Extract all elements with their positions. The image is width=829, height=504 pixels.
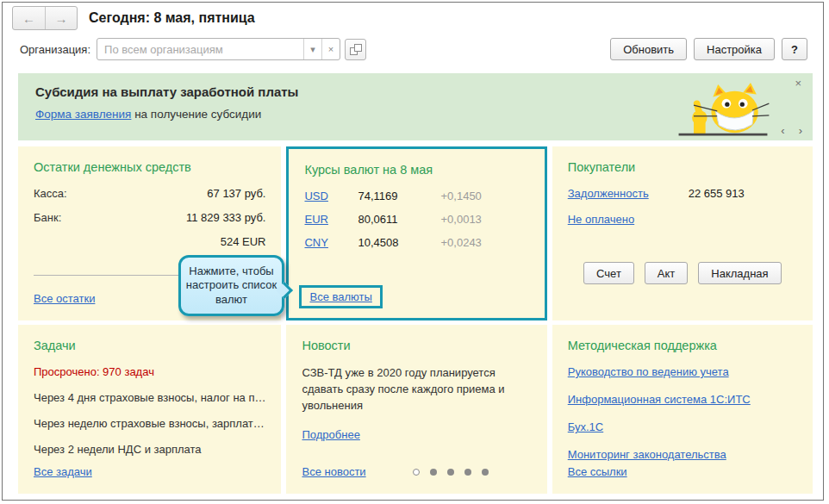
back-button[interactable]: ← (13, 7, 45, 29)
clear-icon: × (328, 44, 333, 54)
unpaid-link[interactable]: Не оплачено (568, 213, 634, 226)
all-currencies-link[interactable]: Все валюты (309, 290, 371, 303)
organization-dropdown-button[interactable]: ▾ (303, 39, 321, 59)
panel-currency-rates: Курсы валют на 8 мая USD 74,1169 +0,1450… (286, 146, 546, 320)
all-news-link[interactable]: Все новости (302, 465, 365, 478)
dashboard-grid: Остатки денежных средств Касса: 67 137 р… (18, 146, 813, 494)
panel-buyers: Покупатели Задолженность 22 655 913 Не о… (552, 146, 813, 320)
support-link[interactable]: Руководство по ведению учета (568, 365, 797, 378)
support-panel-title: Методическая поддержка (568, 339, 797, 352)
debt-link[interactable]: Задолженность (568, 187, 649, 200)
organization-combo: ▾ × (97, 38, 340, 60)
news-pager-dot[interactable] (413, 469, 420, 476)
banner-subtitle-text: на получение субсидии (131, 108, 261, 121)
tasks-panel-title: Задачи (34, 339, 265, 352)
organization-clear-button[interactable]: × (321, 39, 340, 59)
news-pager-dot[interactable] (482, 469, 489, 476)
tooltip-bubble: Нажмите, чтобы настроить список валют (178, 255, 284, 316)
open-list-icon (354, 44, 362, 52)
currency-rate: 74,1169 (358, 190, 440, 202)
debt-row: Задолженность 22 655 913 (568, 187, 797, 200)
application-form-link[interactable]: Форма заявления (35, 108, 131, 121)
organization-open-button[interactable] (345, 39, 366, 60)
panel-support: Методическая поддержка Руководство по ве… (552, 325, 813, 494)
news-pager (413, 469, 489, 476)
currency-rate: 80,0611 (358, 213, 440, 226)
currency-code-link[interactable]: EUR (304, 213, 358, 226)
window: ← → Сегодня: 8 мая, пятница Организация:… (2, 2, 824, 501)
news-pager-dot[interactable] (447, 469, 454, 476)
support-link[interactable]: Информационная система 1С:ИТС (568, 393, 797, 406)
organization-label: Организация: (20, 43, 90, 56)
news-more-link[interactable]: Подробнее (302, 428, 359, 441)
news-text: СЗВ-ТД уже в 2020 году планируется сдава… (302, 365, 531, 414)
currency-code-link[interactable]: USD (304, 190, 358, 202)
tooltip-text: Нажмите, чтобы настроить список валют (186, 264, 277, 306)
back-arrow-icon: ← (22, 11, 35, 26)
task-item: Через 2 недели НДС и зарплата (34, 443, 265, 456)
forward-arrow-icon: → (55, 11, 68, 26)
support-link[interactable]: Мониторинг законодательства (568, 448, 797, 461)
currency-delta: +0,0243 (440, 236, 528, 249)
news-pager-dot[interactable] (430, 469, 437, 476)
all-balances-link[interactable]: Все остатки (34, 292, 95, 305)
task-item: Через 4 дня страховые взносы, налог на п… (34, 391, 265, 404)
page-title: Сегодня: 8 мая, пятница (89, 10, 255, 26)
forward-button[interactable]: → (45, 7, 77, 29)
currency-delta: +0,1450 (440, 190, 528, 202)
banner-next-icon[interactable]: › (799, 125, 802, 136)
all-links-link[interactable]: Все ссылки (568, 465, 627, 478)
cash-row-label: Банк: (34, 211, 61, 224)
debt-value: 22 655 913 (689, 187, 745, 200)
cash-row-value: 524 EUR (221, 235, 266, 248)
buyers-buttons: Счет Акт Накладная (568, 262, 797, 284)
overdue-tasks-text: Просрочено: 970 задач (34, 365, 265, 378)
cash-row-label: Касса: (34, 187, 67, 200)
cash-panel-title: Остатки денежных средств (34, 160, 265, 174)
all-tasks-link[interactable]: Все задачи (34, 465, 92, 478)
refresh-button[interactable]: Обновить (610, 38, 687, 60)
act-button[interactable]: Акт (645, 262, 688, 284)
waybill-button[interactable]: Накладная (698, 262, 781, 284)
cat-mascot-image (676, 81, 770, 138)
cash-row-value: 11 829 333 руб. (186, 211, 266, 224)
settings-button[interactable]: Настройка (694, 38, 775, 60)
subsidy-banner: Субсидия на выплату заработной платы Фор… (18, 73, 813, 140)
cash-row-value: 67 137 руб. (207, 187, 265, 200)
cash-row: Касса: 67 137 руб. (34, 187, 265, 200)
history-nav: ← → (12, 6, 78, 30)
cash-row: 524 EUR (34, 235, 265, 248)
banner-pager: ‹ › (781, 125, 802, 136)
currency-row: EUR 80,0611 +0,0013 (304, 213, 528, 226)
chevron-down-icon: ▾ (310, 44, 315, 55)
currency-code-link[interactable]: CNY (304, 236, 358, 249)
organization-input[interactable] (97, 43, 303, 56)
banner-prev-icon[interactable]: ‹ (781, 125, 784, 136)
panel-tasks: Задачи Просрочено: 970 задач Через 4 дня… (18, 325, 281, 494)
task-item: Через неделю страховые взносы, зарплат… (34, 417, 265, 430)
news-panel-title: Новости (302, 339, 531, 352)
buyers-panel-title: Покупатели (568, 160, 797, 174)
all-currencies-highlight-box: Все валюты (299, 285, 382, 308)
news-pager-dot[interactable] (464, 469, 471, 476)
banner-close-icon[interactable]: × (795, 78, 801, 89)
toolbar-right: Обновить Настройка ? (610, 38, 807, 60)
cash-row: Банк: 11 829 333 руб. (34, 211, 265, 224)
currency-rate: 10,4508 (358, 236, 440, 249)
unpaid-row: Не оплачено (568, 213, 797, 226)
currency-row: CNY 10,4508 +0,0243 (304, 236, 528, 249)
currency-panel-title: Курсы валют на 8 мая (304, 163, 528, 177)
support-link[interactable]: Бух.1С (568, 420, 797, 433)
panel-news: Новости СЗВ-ТД уже в 2020 году планирует… (286, 325, 546, 494)
toolbar: Организация: ▾ × Обновить Настройка ? (20, 38, 807, 60)
help-button[interactable]: ? (782, 38, 807, 60)
invoice-button[interactable]: Счет (583, 262, 634, 284)
title-bar: ← → Сегодня: 8 мая, пятница (12, 6, 255, 30)
currency-row: USD 74,1169 +0,1450 (304, 190, 528, 202)
currency-delta: +0,0013 (440, 213, 528, 226)
